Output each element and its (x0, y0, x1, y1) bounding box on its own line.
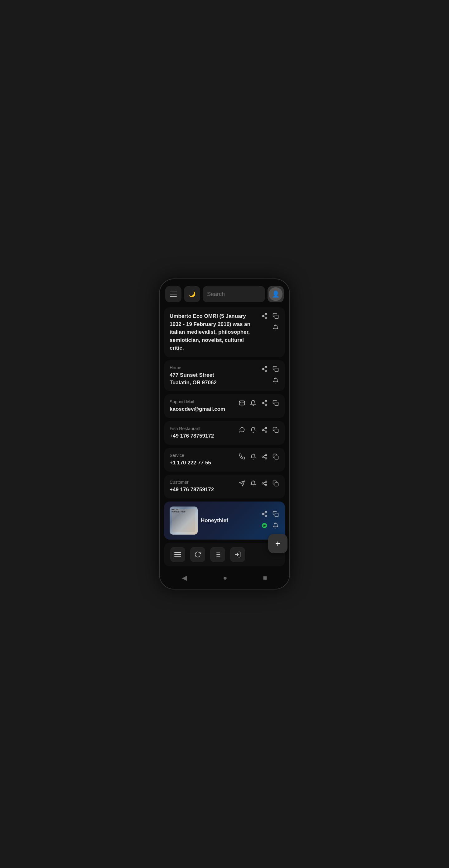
card-actions (238, 426, 279, 435)
svg-point-18 (265, 400, 267, 402)
card-fish-restaurant: Fish Restaurant +49 176 78759172 (164, 421, 285, 445)
bottom-menu-button[interactable] (170, 547, 185, 562)
share-icon (261, 313, 267, 319)
import-button[interactable] (230, 547, 245, 562)
filter-button[interactable] (210, 547, 225, 562)
svg-point-28 (265, 431, 267, 433)
card-support-mail: Support Mail kaoscdev@gmail.com (164, 394, 285, 418)
copy-button[interactable] (272, 312, 279, 321)
card-title: +1 170 222 77 55 (170, 459, 235, 467)
album-label-text: HALOUHONEYTHIEF (171, 508, 186, 513)
svg-point-45 (262, 483, 264, 484)
svg-point-26 (265, 427, 267, 429)
whatsapp-button[interactable] (238, 426, 246, 435)
card-title: +49 176 78759172 (170, 486, 235, 493)
search-bar[interactable] (203, 286, 265, 302)
bell-button[interactable] (250, 480, 257, 489)
svg-point-9 (262, 368, 264, 370)
bell-icon (250, 400, 256, 406)
svg-line-48 (263, 482, 265, 483)
svg-point-51 (262, 513, 264, 515)
share-button[interactable] (261, 312, 268, 321)
copy-icon (272, 313, 279, 319)
copy-button[interactable] (272, 399, 279, 408)
phone-frame: 🌙 👤 Umberto Eco OMRI (5 January 1932 - 1… (159, 279, 290, 589)
svg-line-12 (263, 367, 265, 368)
bell-button[interactable] (250, 453, 257, 462)
bell-button[interactable] (272, 324, 279, 333)
svg-point-27 (262, 429, 264, 431)
share-button[interactable] (261, 399, 268, 408)
svg-line-4 (263, 315, 265, 316)
filter-icon (214, 551, 221, 558)
bell-icon (272, 522, 279, 529)
share-icon (261, 480, 267, 487)
share-button[interactable] (261, 426, 268, 435)
bell-button[interactable] (272, 522, 279, 531)
search-input[interactable] (207, 291, 261, 298)
spotify-button[interactable] (261, 522, 268, 531)
svg-point-8 (265, 367, 267, 368)
svg-point-46 (265, 484, 267, 486)
svg-point-52 (265, 515, 267, 517)
action-row-top (238, 426, 279, 435)
copy-button[interactable] (272, 453, 279, 462)
share-button[interactable] (261, 365, 268, 374)
action-row-bottom (272, 377, 279, 386)
avatar-icon: 👤 (272, 290, 280, 298)
svg-point-34 (265, 454, 267, 456)
svg-point-1 (262, 315, 264, 317)
action-row-top (238, 480, 279, 489)
copy-button[interactable] (272, 426, 279, 435)
card-home-address: Home 477 Sunset StreetTualatin, OR 97062 (164, 360, 285, 392)
card-actions (261, 312, 279, 333)
phone-button[interactable] (238, 453, 246, 462)
card-service: Service +1 170 222 77 55 (164, 448, 285, 472)
menu-button[interactable] (165, 286, 182, 302)
bell-button[interactable] (272, 377, 279, 386)
share-button[interactable] (261, 453, 268, 462)
svg-rect-13 (275, 368, 279, 371)
copy-button[interactable] (272, 480, 279, 489)
card-content: Support Mail kaoscdev@gmail.com (170, 399, 235, 413)
refresh-button[interactable] (190, 547, 205, 562)
send-button[interactable] (238, 480, 246, 489)
music-info: Honeythief (201, 518, 258, 524)
action-row-bottom (261, 522, 279, 531)
card-actions (238, 480, 279, 489)
bell-button[interactable] (250, 399, 257, 408)
add-button[interactable]: + (268, 534, 287, 553)
action-row-bottom (272, 324, 279, 333)
share-button[interactable] (261, 480, 268, 489)
copy-button[interactable] (272, 365, 279, 374)
share-button[interactable] (261, 510, 268, 519)
copy-icon (272, 511, 279, 517)
bell-icon (272, 377, 279, 384)
hamburger-icon (170, 291, 177, 297)
svg-line-38 (263, 455, 265, 456)
svg-point-20 (265, 404, 267, 406)
action-row-top (261, 510, 279, 519)
action-row-top (238, 453, 279, 462)
svg-line-29 (263, 430, 265, 431)
home-button[interactable]: ● (223, 574, 227, 582)
copy-button[interactable] (272, 510, 279, 519)
mail-button[interactable] (238, 399, 246, 408)
theme-toggle-button[interactable]: 🌙 (184, 286, 200, 302)
copy-icon (272, 480, 279, 487)
bell-button[interactable] (250, 426, 257, 435)
card-content: Customer +49 176 78759172 (170, 480, 235, 493)
share-icon (261, 511, 267, 517)
svg-line-47 (263, 484, 265, 485)
svg-line-3 (263, 317, 265, 317)
avatar: 👤 (269, 287, 283, 301)
recent-button[interactable]: ■ (263, 574, 267, 582)
svg-rect-55 (275, 513, 279, 517)
svg-line-53 (263, 514, 265, 515)
copy-icon (272, 427, 279, 433)
back-button[interactable]: ◀ (182, 574, 187, 582)
share-icon (261, 427, 267, 433)
svg-line-30 (263, 429, 265, 430)
music-thumbnail: HALOUHONEYTHIEF (170, 506, 198, 535)
avatar-button[interactable]: 👤 (267, 286, 284, 302)
